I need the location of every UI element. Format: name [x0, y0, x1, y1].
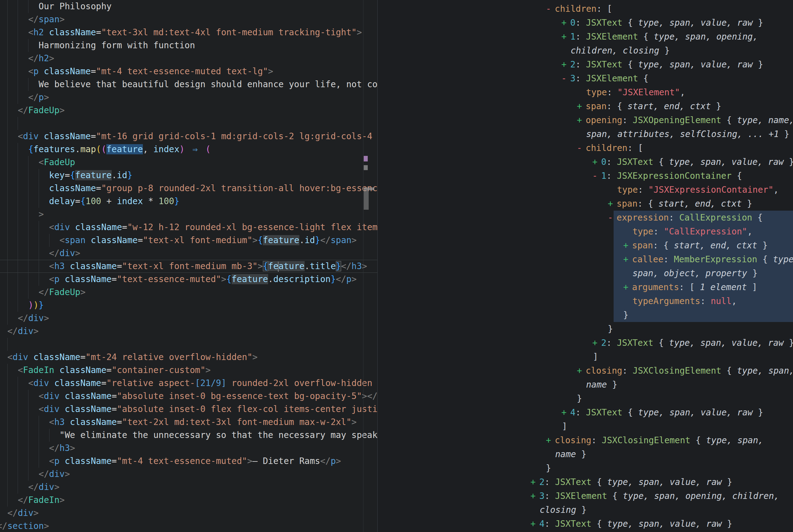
code-line[interactable]: <div className="mt-24 relative overflow-…	[0, 351, 377, 364]
code-line[interactable]: <div className="w-12 h-12 rounded-xl bg-…	[0, 221, 377, 234]
ast-tree-row[interactable]: }	[378, 322, 793, 336]
code-line[interactable]: </FadeIn>	[0, 494, 377, 507]
tree-expand-icon[interactable]: +	[623, 239, 628, 252]
ast-tree-row[interactable]: +closing: JSXClosingElement { type, span…	[378, 433, 793, 447]
code-line[interactable]: <div className="absolute inset-0 flex fl…	[0, 403, 377, 416]
code-line[interactable]: <p className="mt-4 text-essence-muted te…	[0, 65, 377, 78]
ast-tree-row[interactable]: type: "CallExpression",	[378, 225, 793, 239]
ast-tree-row[interactable]: +1: JSXElement { type, span, opening,	[378, 30, 793, 44]
ast-tree-row[interactable]: +0: JSXText { type, span, value, raw }	[378, 16, 793, 30]
tree-collapse-icon[interactable]: -	[577, 141, 582, 155]
ast-tree-row[interactable]: +2: JSXText { type, span, value, raw }	[378, 58, 793, 72]
ast-tree-row[interactable]: +opening: JSXOpeningElement { type, name…	[378, 113, 793, 127]
ast-tree-row[interactable]: +closing: JSXClosingElement { type, span…	[378, 364, 793, 378]
ast-tree-row[interactable]: name }	[378, 447, 793, 461]
ast-tree-row[interactable]: closing }	[378, 503, 793, 517]
tree-expand-icon[interactable]: +	[530, 517, 536, 531]
ast-tree-row[interactable]: -expression: CallExpression {	[378, 211, 793, 225]
code-line[interactable]: </h2>	[0, 52, 377, 65]
code-line[interactable]	[0, 338, 377, 351]
ast-tree-row[interactable]: +span: { start, end, ctxt }	[378, 239, 793, 252]
code-line[interactable]: </div>	[0, 481, 377, 494]
code-line[interactable]: </h3>	[0, 442, 377, 455]
ast-tree-row[interactable]: }	[378, 392, 793, 405]
code-line[interactable]: className="group p-8 rounded-2xl transit…	[0, 182, 377, 195]
scrollbar-mark-gray[interactable]	[364, 165, 368, 170]
ast-tree-row[interactable]: ]	[378, 419, 793, 433]
ast-tree-row[interactable]: +span: { start, end, ctxt }	[378, 99, 793, 113]
tree-collapse-icon[interactable]: -	[608, 211, 613, 225]
tree-expand-icon[interactable]: +	[577, 364, 582, 378]
code-line-current[interactable]: <h3 className="text-xl font-medium mb-3"…	[0, 260, 377, 273]
ast-tree-row[interactable]: type: "JSXExpressionContainer",	[378, 183, 793, 197]
code-line[interactable]: <h2 className="text-3xl md:text-4xl font…	[0, 26, 377, 39]
ast-tree-row[interactable]: -children: [	[378, 141, 793, 155]
code-line[interactable]	[0, 117, 377, 130]
code-line[interactable]: <h3 className="text-2xl md:text-3xl font…	[0, 416, 377, 429]
scrollbar-mark-purple[interactable]	[364, 156, 368, 162]
ast-tree-row[interactable]: +callee: MemberExpression { type,	[378, 252, 793, 266]
ast-tree-row[interactable]: ]	[378, 350, 793, 364]
code-line[interactable]: <div className="mt-16 grid grid-cols-1 m…	[0, 130, 377, 143]
ast-tree-pane[interactable]: -children: [+0: JSXText { type, span, va…	[378, 0, 793, 532]
code-line[interactable]: <div className="absolute inset-0 bg-esse…	[0, 390, 377, 403]
ast-tree-row[interactable]: }	[378, 461, 793, 475]
code-line[interactable]: <div className="relative aspect-[21/9] r…	[0, 377, 377, 390]
code-line[interactable]: </FadeUp>	[0, 286, 377, 299]
ast-tree-row[interactable]: +4: JSXText { type, span, value, raw }	[378, 517, 793, 531]
tree-expand-icon[interactable]: +	[561, 405, 567, 419]
code-line[interactable]: </div>	[0, 325, 377, 338]
code-line[interactable]: </span>	[0, 13, 377, 26]
tree-expand-icon[interactable]: +	[623, 280, 628, 294]
tree-expand-icon[interactable]: +	[592, 336, 598, 350]
tree-collapse-icon[interactable]: -	[561, 72, 567, 86]
tree-expand-icon[interactable]: +	[592, 155, 598, 169]
ast-tree-row[interactable]: }	[378, 308, 793, 322]
ast-tree-row[interactable]: +2: JSXText { type, span, value, raw }	[378, 475, 793, 489]
tree-expand-icon[interactable]: +	[577, 99, 582, 113]
ast-tree-row[interactable]: -1: JSXExpressionContainer {	[378, 169, 793, 183]
tree-expand-icon[interactable]: +	[530, 475, 536, 489]
code-line[interactable]: <FadeUp	[0, 156, 377, 169]
code-line[interactable]: </p>	[0, 91, 377, 104]
code-line[interactable]: </div>	[0, 507, 377, 520]
code-line[interactable]: </div>	[0, 312, 377, 325]
ast-tree-row[interactable]: +2: JSXText { type, span, value, raw }	[378, 336, 793, 350]
code-line[interactable]: Our Philosophy	[0, 0, 377, 13]
code-line[interactable]: </section>	[0, 520, 377, 532]
code-line[interactable]: <p className="text-essence-muted">{featu…	[0, 273, 377, 286]
tree-collapse-icon[interactable]: -	[546, 2, 551, 16]
ast-tree-row[interactable]: typeArguments: null,	[378, 294, 793, 308]
code-line[interactable]: key={feature.id}	[0, 169, 377, 182]
tree-expand-icon[interactable]: +	[561, 16, 567, 30]
code-line[interactable]: <p className="mt-4 text-essence-muted">—…	[0, 455, 377, 468]
code-line[interactable]: <FadeIn className="container-custom">	[0, 364, 377, 377]
ast-tree-row[interactable]: +0: JSXText { type, span, value, raw }	[378, 155, 793, 169]
code-line[interactable]: "We eliminate the unnecessary so that th…	[0, 429, 377, 442]
ast-tree-row[interactable]: span, object, property }	[378, 266, 793, 280]
ast-tree-row[interactable]: name }	[378, 378, 793, 392]
tree-expand-icon[interactable]: +	[530, 489, 536, 503]
ast-tree-row[interactable]: -children: [	[378, 2, 793, 16]
tree-expand-icon[interactable]: +	[546, 433, 551, 447]
tree-expand-icon[interactable]: +	[623, 252, 628, 266]
tree-expand-icon[interactable]: +	[608, 197, 613, 211]
ast-tree-row[interactable]: children, closing }	[378, 44, 793, 58]
scrollbar-thumb[interactable]	[364, 190, 369, 210]
ast-tree-row[interactable]: span, attributes, selfClosing, ... +1 }	[378, 127, 793, 141]
tree-expand-icon[interactable]: +	[561, 30, 567, 44]
code-editor-pane[interactable]: Our Philosophy</span><h2 className="text…	[0, 0, 377, 532]
code-line[interactable]: >	[0, 208, 377, 221]
code-line[interactable]: </div>	[0, 468, 377, 481]
code-line[interactable]: {features.map((feature, index) ⇒ (	[0, 143, 377, 156]
code-line[interactable]: <span className="text-xl font-medium">{f…	[0, 234, 377, 247]
ast-tree-row[interactable]: -3: JSXElement {	[378, 72, 793, 86]
ast-tree-row[interactable]: +3: JSXElement { type, span, opening, ch…	[378, 489, 793, 503]
code-line[interactable]: ))}	[0, 299, 377, 312]
tree-expand-icon[interactable]: +	[561, 58, 567, 72]
ast-tree-row[interactable]: +4: JSXText { type, span, value, raw }	[378, 405, 793, 419]
code-line[interactable]: </FadeUp>	[0, 104, 377, 117]
ast-tree-row[interactable]: +span: { start, end, ctxt }	[378, 197, 793, 211]
code-line[interactable]: We believe that beautiful design should …	[0, 78, 377, 91]
code-line[interactable]: Harmonizing form with function	[0, 39, 377, 52]
